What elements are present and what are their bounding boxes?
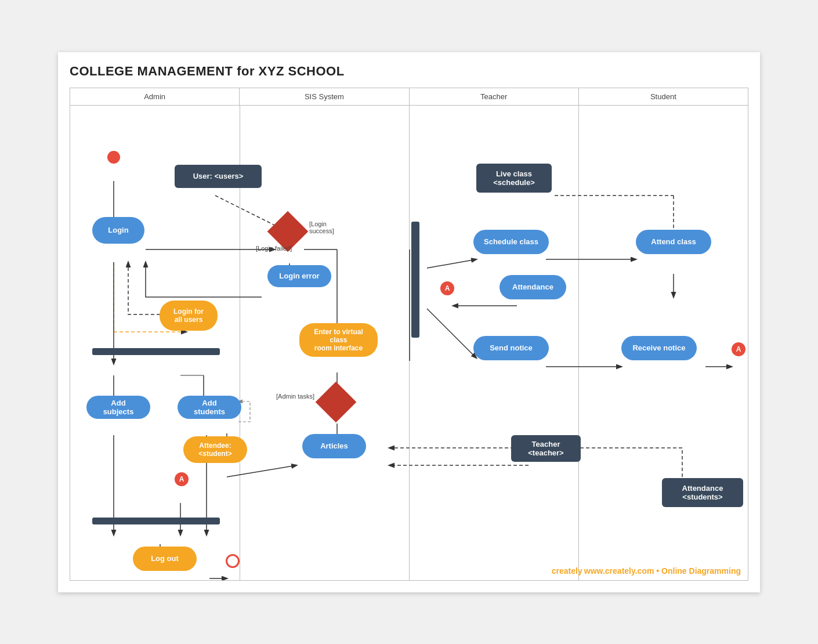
admin-fork-bar	[92, 348, 220, 355]
attendee-box: Attendee:<student>	[183, 436, 247, 463]
schedule-class: Schedule class	[473, 230, 549, 254]
teacher-box: Teacher<teacher>	[511, 435, 581, 462]
circle-a-teacher: A	[440, 281, 454, 295]
attend-class: Attend class	[636, 230, 711, 254]
login-error: Login error	[267, 265, 331, 287]
enter-virtual: Enter to virtual classroom interface	[299, 323, 378, 357]
add-students: Add students	[178, 396, 241, 419]
login-failed-label: [Login failed]	[256, 245, 292, 252]
attendance-teacher: Attendance	[500, 275, 566, 299]
page-container: COLLEGE MANAGEMENT for XYZ SCHOOL Admin …	[58, 52, 760, 592]
page-title: COLLEGE MANAGEMENT for XYZ SCHOOL	[70, 64, 748, 79]
circle-a-admin: A	[175, 472, 189, 486]
user-box: User: <users>	[175, 165, 262, 188]
logout-node: Log out	[133, 547, 197, 571]
send-notice: Send notice	[473, 336, 549, 360]
articles-node: Articles	[302, 434, 366, 458]
login-success-label: [Loginsuccess]	[309, 220, 334, 234]
receive-notice: Receive notice	[621, 336, 697, 360]
live-class-box: Live class<schedule>	[476, 164, 552, 193]
lane-sis: SIS System	[240, 88, 409, 105]
add-subjects: Add subjects	[86, 396, 150, 419]
brand-name: creately	[552, 566, 582, 576]
lane-headers: Admin SIS System Teacher Student	[70, 88, 748, 106]
brand: creately www.creately.com • Online Diagr…	[552, 566, 741, 576]
circle-a-student: A	[732, 342, 745, 356]
svg-line-25	[427, 309, 476, 358]
admin-diamond-shape	[316, 381, 357, 422]
svg-line-13	[227, 465, 296, 477]
attendance-students: Attendance<students>	[662, 478, 743, 507]
lane-student: Student	[579, 88, 748, 105]
admin-diamond	[321, 388, 350, 417]
sis-teacher-bar	[411, 222, 419, 338]
lane-admin: Admin	[70, 88, 240, 105]
login-for-all-users: Login forall users	[160, 301, 218, 331]
login-node: Login	[92, 217, 144, 244]
end-circle	[226, 554, 240, 568]
login-diamond	[273, 217, 302, 246]
diagram-area: Admin SIS System Teacher Student	[70, 88, 748, 581]
brand-url: www.creately.com • Online Diagramming	[584, 566, 741, 576]
admin-tasks-label: [Admin tasks]	[276, 393, 314, 400]
admin-bottom-bar	[92, 518, 220, 524]
divider-2	[409, 106, 410, 580]
svg-line-21	[427, 259, 476, 268]
start-circle	[107, 151, 120, 164]
lane-teacher: Teacher	[410, 88, 579, 105]
divider-3	[578, 106, 579, 580]
